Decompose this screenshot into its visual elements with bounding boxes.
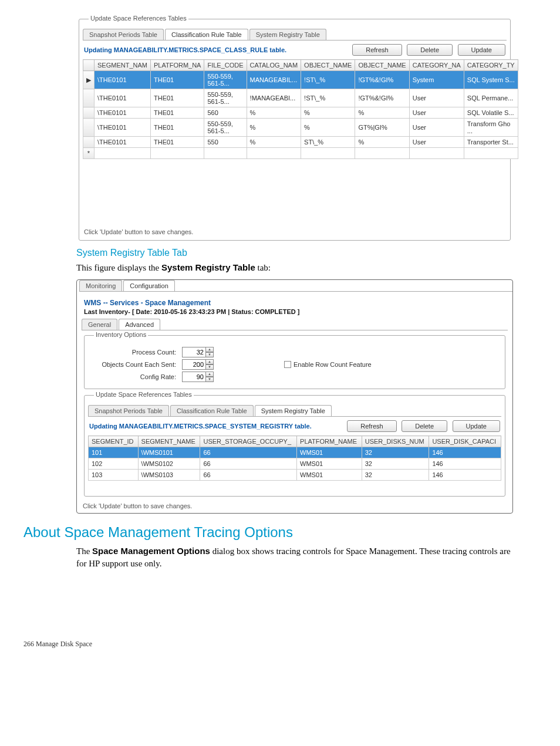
cell[interactable]: 550-559, 561-5... (204, 89, 247, 107)
tab-snapshot-periods[interactable]: Snapshot Periods Table (83, 29, 164, 40)
update-button[interactable]: Update (458, 44, 505, 56)
config-rate-input[interactable] (182, 372, 205, 382)
process-count-input[interactable] (182, 347, 205, 357)
cell[interactable]: User (409, 89, 464, 107)
spinner-down-icon[interactable]: ▼ (205, 364, 214, 370)
col-catalog-name[interactable]: CATALOG_NAM (247, 60, 301, 71)
cell[interactable]: WMS01 (297, 458, 362, 470)
table-row[interactable]: \THE0101THE01550-559, 561-5...!MANAGEABI… (83, 89, 518, 107)
col-object-name-2[interactable]: OBJECT_NAME (355, 60, 409, 71)
table-row[interactable]: 103\WMS010366WMS0132146 (89, 470, 501, 481)
table-row[interactable]: \THE0101THE01560%%%UserSQL Volatile S... (83, 107, 518, 119)
col-platform-name[interactable]: PLATFORM_NA (150, 60, 204, 71)
cell[interactable]: 32 (362, 447, 429, 458)
cell[interactable]: 146 (429, 458, 501, 470)
cell[interactable] (355, 148, 409, 159)
cell[interactable]: MANAGEABIL... (247, 71, 301, 89)
cell[interactable]: 550-559, 561-5... (204, 119, 247, 137)
cell[interactable]: \THE0101 (95, 137, 151, 148)
cell[interactable]: WMS01 (297, 447, 362, 458)
refresh-button[interactable]: Refresh (352, 44, 402, 56)
cell[interactable]: SQL Volatile S... (464, 107, 518, 119)
cell[interactable]: 146 (429, 470, 501, 481)
enable-row-count-checkbox[interactable]: Enable Row Count Feature (284, 361, 372, 368)
cell[interactable]: 550-559, 561-5... (204, 71, 247, 89)
cell[interactable]: User (409, 137, 464, 148)
update-button-2[interactable]: Update (453, 420, 500, 432)
cell[interactable]: THE01 (150, 119, 204, 137)
spinner-up-icon[interactable]: ▲ (205, 372, 214, 377)
tab-system-registry-2[interactable]: System Registry Table (255, 405, 332, 416)
refresh-button-2[interactable]: Refresh (347, 420, 397, 432)
table-row[interactable]: 101\WMS010166WMS0132146 (89, 447, 501, 458)
cell[interactable]: SQL System S... (464, 71, 518, 89)
delete-button[interactable]: Delete (407, 44, 453, 56)
col-segment-id[interactable]: SEGMENT_ID (89, 436, 139, 447)
cell[interactable]: System (409, 71, 464, 89)
table-row[interactable]: \THE0101THE01550-559, 561-5...%%GT%|GI%U… (83, 119, 518, 137)
table-row-new[interactable]: * (83, 148, 518, 159)
tab-snapshot-periods-2[interactable]: Snapshot Periods Table (88, 405, 169, 416)
col-segment-name[interactable]: SEGMENT_NAM (95, 60, 151, 71)
cell[interactable]: 66 (200, 458, 297, 470)
cell[interactable]: % (355, 107, 409, 119)
cell[interactable]: 66 (200, 447, 297, 458)
cell[interactable]: % (355, 137, 409, 148)
cell[interactable] (150, 148, 204, 159)
col-user-storage-occupy[interactable]: USER_STORAGE_OCCUPY_ (200, 436, 297, 447)
cell[interactable]: !ST\_% (301, 89, 355, 107)
table-row[interactable]: ▶\THE0101THE01550-559, 561-5...MANAGEABI… (83, 71, 518, 89)
cell[interactable]: \THE0101 (95, 89, 151, 107)
cell[interactable]: WMS01 (297, 470, 362, 481)
objects-sent-spinner[interactable]: ▲▼ (182, 359, 214, 370)
cell[interactable]: User (409, 119, 464, 137)
cell[interactable] (464, 148, 518, 159)
cell[interactable]: SQL Permane... (464, 89, 518, 107)
cell[interactable] (409, 148, 464, 159)
tab-system-registry[interactable]: System Registry Table (249, 29, 326, 40)
tab-general[interactable]: General (82, 319, 117, 330)
cell[interactable]: 103 (89, 470, 139, 481)
process-count-spinner[interactable]: ▲▼ (182, 347, 214, 357)
tab-configuration[interactable]: Configuration (123, 280, 174, 291)
cell[interactable]: THE01 (150, 71, 204, 89)
cell[interactable]: % (301, 119, 355, 137)
cell[interactable]: Transporter St... (464, 137, 518, 148)
cell[interactable]: 560 (204, 107, 247, 119)
objects-sent-input[interactable] (182, 359, 205, 370)
checkbox-box-icon[interactable] (284, 361, 291, 368)
cell[interactable]: \THE0101 (95, 119, 151, 137)
cell[interactable]: % (247, 137, 301, 148)
cell[interactable]: % (301, 107, 355, 119)
col-file-code[interactable]: FILE_CODE (204, 60, 247, 71)
cell[interactable]: !ST\_% (301, 71, 355, 89)
spinner-down-icon[interactable]: ▼ (205, 352, 214, 357)
cell[interactable]: THE01 (150, 107, 204, 119)
cell[interactable]: % (247, 107, 301, 119)
col-segment-name[interactable]: SEGMENT_NAME (138, 436, 200, 447)
cell[interactable]: 146 (429, 447, 501, 458)
cell[interactable]: 102 (89, 458, 139, 470)
cell[interactable]: !MANAGEABI... (247, 89, 301, 107)
cell[interactable] (301, 148, 355, 159)
cell[interactable]: \WMS0102 (138, 458, 200, 470)
spinner-up-icon[interactable]: ▲ (205, 347, 214, 352)
cell[interactable]: !GT%&!GI% (355, 89, 409, 107)
col-user-disks-num[interactable]: USER_DISKS_NUM (362, 436, 429, 447)
cell[interactable]: THE01 (150, 89, 204, 107)
cell[interactable]: \WMS0101 (138, 447, 200, 458)
cell[interactable]: GT%|GI% (355, 119, 409, 137)
cell[interactable]: % (247, 119, 301, 137)
cell[interactable]: \THE0101 (95, 71, 151, 89)
col-object-name[interactable]: OBJECT_NAME (301, 60, 355, 71)
cell[interactable]: ST\_% (301, 137, 355, 148)
table-row[interactable]: \THE0101THE01550%ST\_%%UserTransporter S… (83, 137, 518, 148)
tab-monitoring[interactable]: Monitoring (79, 280, 122, 291)
col-user-disk-capaci[interactable]: USER_DISK_CAPACI (429, 436, 501, 447)
delete-button-2[interactable]: Delete (402, 420, 447, 432)
cell[interactable] (95, 148, 151, 159)
spinner-up-icon[interactable]: ▲ (205, 359, 214, 364)
cell[interactable]: 550 (204, 137, 247, 148)
col-category-name[interactable]: CATEGORY_NA (409, 60, 464, 71)
cell[interactable]: Transform Gho ... (464, 119, 518, 137)
